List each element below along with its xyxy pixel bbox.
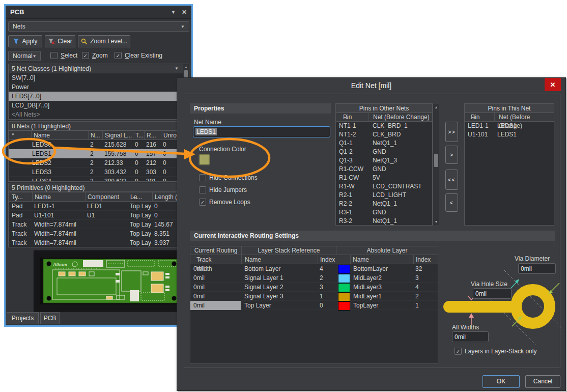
clear-funnel-icon (48, 38, 55, 44)
mask-mode-dropdown[interactable]: Normal ▼ (8, 51, 41, 61)
routing-row[interactable]: 0mil Bottom Layer 4 BottomLayer 32 (190, 264, 438, 273)
net-class-item[interactable]: LCD_DB[7..0] (9, 101, 189, 110)
pin-row[interactable]: R2-2NetQ1_1 (336, 200, 432, 208)
pin-row[interactable]: Q1-1NetQ1_1 (336, 139, 432, 148)
net-class-item-selected[interactable]: LEDS[7..0] (9, 92, 189, 101)
net-row[interactable]: LEDS2 2 212.33 0 212 0 (9, 158, 191, 167)
scrollbar-thumb[interactable] (434, 154, 438, 167)
move-one-right-button[interactable]: > (445, 146, 458, 164)
pin-row[interactable]: Q1-2GND (336, 148, 432, 156)
cancel-button[interactable]: Cancel (525, 375, 560, 388)
via-settings-area: Via Diameter 0mil Via Hole Size 0mil All… (439, 245, 565, 365)
pin-row[interactable]: R3-1GND (336, 208, 432, 217)
dialog-title: Edit Net [mil] (351, 81, 391, 90)
svg-text:Altium: Altium (52, 262, 67, 267)
primitive-row[interactable]: Pad U1-101 U1 Top Lay 0 (9, 211, 191, 220)
apply-funnel-icon (13, 38, 19, 44)
hide-jumpers-checkbox[interactable]: Hide Jumpers (199, 186, 247, 193)
pin-row[interactable]: U1-101LEDS1 (465, 130, 554, 139)
pin-row[interactable]: R2-1LCD_LIGHT (336, 191, 432, 200)
net-name-input[interactable]: LEDS1 (193, 126, 330, 137)
layer-color-swatch (338, 292, 350, 301)
pin-row[interactable]: Q1-3NetQ1_3 (336, 156, 432, 165)
via-hole-size-input[interactable]: 0mil (473, 288, 512, 299)
remove-loops-checkbox[interactable]: ✓ Remove Loops (199, 199, 250, 206)
checkbox-box (50, 52, 58, 59)
apply-button[interactable]: Apply (8, 35, 42, 47)
primitive-row[interactable]: Pad LED1-1 LED1 Top Lay 0 (9, 202, 191, 211)
net-class-item[interactable]: Power (9, 82, 189, 92)
primitive-row[interactable]: Track Width=7.874mil Top Lay 3.937 (9, 238, 191, 247)
pin-row[interactable]: R1-WLCD_CONTRAST (336, 182, 432, 191)
all-widths-input[interactable]: 0mil (452, 331, 489, 342)
chevron-down-icon: ▼ (181, 24, 185, 29)
net-row-highlighted[interactable]: LEDS1 2 155.758 0 157 0 (9, 149, 191, 158)
routing-row[interactable]: 0mil Signal Layer 1 2 MidLayer2 3 (190, 273, 438, 283)
primitive-row[interactable]: Track Width=7.874mil Top Lay 8.351 (9, 229, 191, 238)
screen: { "icons": { "dropdown": "▼", "sort_asc"… (0, 0, 567, 392)
primitives-table-header[interactable]: Ty...▲ Name▲ Component La...▲ Length (mi… (9, 192, 191, 202)
sort-asc-icon: ▲ (36, 131, 39, 140)
routing-group-header: Layer Stack Reference (241, 246, 336, 255)
routing-row[interactable]: 0mil Signal Layer 3 1 MidLayer1 2 (190, 292, 438, 301)
sort-asc-icon: ▲ (199, 255, 202, 264)
pcb-panel-titlebar[interactable]: PCB ▼ ✕ (6, 6, 191, 19)
net-class-item[interactable]: <All Nets> (9, 110, 189, 119)
pin-row[interactable]: R1-CW5V (336, 174, 432, 182)
nets-table-header[interactable]: * Name▲ N... Signal L... T... R... Unrou… (9, 131, 191, 140)
pins-other-columns[interactable]: Pin▲ Net (Before Change) (336, 113, 432, 122)
move-all-right-button[interactable]: >> (445, 122, 458, 142)
pins-this-columns[interactable]: Pin▲ Net (Before Change) (465, 113, 554, 122)
pcb-preview-image: Altium (40, 258, 183, 304)
routing-settings-header: Current Interactive Routing Settings (190, 231, 555, 241)
primitive-row[interactable]: Track Width=7.874mil Top Lay 145.67 (9, 220, 191, 229)
pin-row[interactable]: NT1-1CLK_BRD_1 (336, 122, 432, 130)
via-hole-size-label: Via Hole Size (471, 281, 507, 288)
layer-color-swatch (338, 265, 350, 274)
scroll-up-icon[interactable]: ▲ (183, 65, 189, 69)
dialog-close-button[interactable]: ✕ (545, 78, 561, 91)
connection-color-label: Connection Color (199, 146, 246, 153)
layer-color-swatch (338, 301, 350, 311)
scroll-down-icon[interactable]: ▼ (433, 220, 439, 223)
panel-mode-dropdown[interactable]: Nets ▼ (8, 21, 189, 32)
hide-connections-checkbox[interactable]: Hide Connections (199, 174, 258, 181)
dialog-titlebar[interactable]: Edit Net [mil] (177, 78, 565, 93)
routing-row[interactable]: 0mil Top Layer 0 TopLayer 1 (190, 301, 438, 310)
net-row[interactable]: LEDS3 2 303.432 0 303 0 (9, 167, 191, 177)
pin-row[interactable]: R1-CCWGND (336, 165, 432, 174)
connection-color-swatch[interactable] (199, 154, 210, 165)
move-all-left-button[interactable]: << (445, 170, 458, 190)
net-row[interactable]: LEDS0 2 215.628 0 216 0 (9, 140, 191, 149)
primitives-table: Ty...▲ Name▲ Component La...▲ Length (mi… (8, 192, 191, 247)
net-classes-header[interactable]: 5 Net Classes (1 Highlighted) ▼ (9, 64, 189, 73)
net-classes-list: 5 Net Classes (1 Highlighted) ▼ SW[7..0]… (8, 64, 189, 120)
via-diameter-input[interactable]: 0mil (518, 263, 556, 274)
tab-projects[interactable]: Projects (7, 312, 39, 324)
routing-table: Current Routing Layer Stack Reference Ab… (190, 246, 438, 364)
pin-row[interactable]: NT1-2CLK_BRD (336, 130, 432, 139)
net-row[interactable]: LEDS4 2 390.622 0 391 0 (9, 177, 191, 182)
checkbox-check-icon: ✓ (115, 52, 122, 59)
pins-other-scrollbar[interactable]: ▲ ▼ (433, 104, 439, 225)
layers-in-stack-checkbox[interactable]: ✓ Layers in Layer-Stack only (455, 348, 536, 355)
ok-button[interactable]: OK (483, 375, 520, 388)
move-one-left-button[interactable]: < (445, 193, 458, 212)
clear-existing-checkbox[interactable]: ✓ Clear Existing (115, 52, 162, 59)
scroll-up-icon[interactable]: ▲ (433, 105, 439, 109)
board-preview[interactable]: Altium (34, 250, 189, 312)
tab-pcb[interactable]: PCB (40, 312, 60, 324)
checkbox-box (199, 174, 206, 181)
pin-row[interactable]: R3-2NetQ1_1 (336, 217, 432, 226)
select-checkbox[interactable]: Select (50, 52, 77, 59)
zoom-checkbox[interactable]: ✓ Zoom (82, 52, 108, 59)
clear-button[interactable]: Clear (45, 35, 75, 47)
panel-menu-icon[interactable]: ▼ (171, 10, 176, 15)
net-class-item[interactable]: SW[7..0] (9, 73, 189, 82)
checkbox-box (199, 186, 206, 193)
pin-row[interactable]: LED1-1LEDS1 (465, 122, 554, 130)
routing-columns[interactable]: Track Width▲ Name Index Name Index (190, 255, 438, 264)
routing-row[interactable]: 0mil Signal Layer 2 3 MidLayer3 4 (190, 283, 438, 292)
panel-close-icon[interactable]: ✕ (182, 9, 187, 16)
zoom-level-button[interactable]: Zoom Level... (78, 35, 130, 47)
